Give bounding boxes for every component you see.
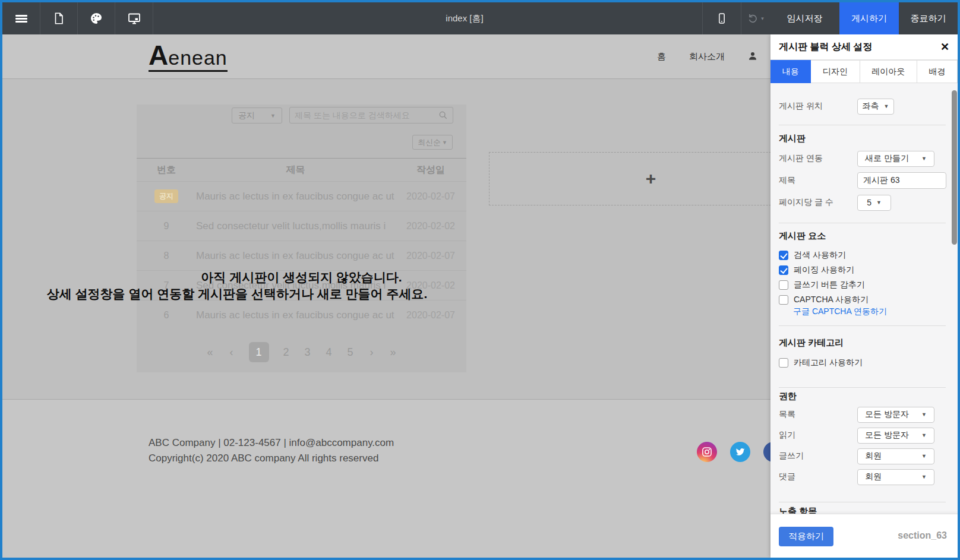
add-block-placeholder[interactable]: + [489,152,813,205]
notice-filter-dropdown[interactable]: 공지 ▼ [232,107,282,124]
panel-footer: 적용하기 section_63 [770,514,958,558]
topbar: index [홈] ▼ 임시저장 게시하기 종료하기 [2,2,958,34]
section-heading-category: 게시판 카테고리 [779,337,844,349]
option-use-paging[interactable]: 페이징 사용하기 [779,264,854,277]
settings-panel: 게시판 블럭 상세 설정 ✕ 내용 디자인 레이아웃 배경 게시판 위치 좌측 … [770,34,958,558]
board-link-dropdown[interactable]: 새로 만들기 ▼ [857,151,934,167]
permission-list-dropdown[interactable]: 모든 방문자 ▼ [857,407,934,423]
empty-board-message-line2: 상세 설정창을 열어 연동할 게시판을 선택하거나 새로 만들어 주세요. [2,286,472,302]
per-page-dropdown[interactable]: 5 ▼ [857,195,891,211]
pagination-page[interactable]: 3 [304,346,312,359]
table-row[interactable]: 6 Mauris ac lectus in ex faucibus congue… [137,300,466,330]
checkbox[interactable] [779,265,788,275]
pagination-page[interactable]: 4 [325,346,333,359]
option-hide-write-button[interactable]: 글쓰기 버튼 감추기 [779,279,865,292]
pagination-first[interactable]: « [206,346,214,359]
section-heading-display-items: 노출 항목 [779,506,817,514]
board-block[interactable]: 공지 ▼ 최신순 ▼ 번호 제목 작성일 공지 [137,105,466,372]
chevron-down-icon: ▼ [884,103,889,109]
person-icon[interactable] [747,50,758,64]
checkbox[interactable] [779,358,788,368]
board-position-dropdown[interactable]: 좌측 ▼ [857,99,894,115]
column-title: 제목 [196,164,395,176]
nav-item-about[interactable]: 회사소개 [689,51,725,62]
close-icon[interactable]: ✕ [940,42,949,52]
chevron-down-icon: ▼ [876,200,882,205]
tab-layout[interactable]: 레이아웃 [860,60,917,83]
divider [779,502,946,502]
divider [779,223,946,223]
pagination-next[interactable]: › [368,346,376,359]
permission-list-row: 목록 모든 방문자 ▼ [779,406,946,423]
checkbox[interactable] [779,251,788,260]
plus-icon: + [646,169,656,189]
divider [779,325,946,326]
option-use-search[interactable]: 검색 사용하기 [779,249,846,262]
site-logo[interactable]: Aenean [149,42,228,72]
checkbox[interactable] [779,280,788,290]
smartphone-icon [716,12,728,25]
section-id-label: section_63 [898,530,947,541]
twitter-icon[interactable] [730,442,750,462]
theme-button[interactable] [78,2,115,34]
permission-read-dropdown[interactable]: 모든 방문자 ▼ [857,428,934,444]
board-position-row: 게시판 위치 좌측 ▼ [779,98,946,115]
permission-write-dropdown[interactable]: 회원 ▼ [857,448,934,464]
publish-button[interactable]: 게시하기 [839,2,899,34]
mobile-view-button[interactable] [703,2,741,34]
chevron-down-icon: ▼ [921,412,927,417]
panel-tabs: 내용 디자인 레이아웃 배경 [770,59,958,83]
nav-item-home[interactable]: 홈 [657,51,666,62]
google-captcha-link[interactable]: 구글 CAPTCHA 연동하기 [793,306,887,317]
chevron-down-icon: ▼ [921,453,927,459]
menu-button[interactable] [2,2,40,34]
temp-save-button[interactable]: 임시저장 [770,2,839,34]
table-row[interactable]: 9 Sed consectetur velit luctus,mollis ma… [137,211,466,241]
pagination-page[interactable]: 5 [346,346,355,359]
pagination: « ‹ 1 2 3 4 5 › » [137,341,466,363]
option-use-category[interactable]: 카테고리 사용하기 [779,356,863,369]
divider [779,387,946,388]
permission-comment-dropdown[interactable]: 회원 ▼ [857,469,934,485]
search-icon[interactable] [438,110,448,120]
tab-design[interactable]: 디자인 [811,60,860,83]
undo-button[interactable]: ▼ [741,2,770,34]
footer-contact: ABC Company | 02-123-4567 | info@abccomp… [149,435,394,451]
exit-button[interactable]: 종료하기 [899,2,958,34]
monitor-icon [127,11,141,26]
footer-text: ABC Company | 02-123-4567 | info@abccomp… [149,435,394,466]
chevron-down-icon: ▼ [442,140,447,145]
footer-copyright: Copyright(c) 2020 ABC company All rights… [149,451,394,466]
checkbox[interactable] [779,295,788,305]
hamburger-icon [15,14,27,24]
board-title-input[interactable] [857,172,946,189]
pagination-last[interactable]: » [389,346,397,359]
board-search-input[interactable] [295,110,431,120]
document-icon [52,12,65,25]
pagination-page-current[interactable]: 1 [249,342,269,362]
section-heading-permission: 권한 [779,391,797,402]
tab-background[interactable]: 배경 [917,60,958,83]
table-row[interactable]: 8 Mauris ac lectus in ex faucibus congue… [137,241,466,270]
chevron-down-icon: ▼ [921,432,927,438]
column-date: 작성일 [395,164,466,176]
board-title-row: 제목 [779,172,946,189]
desktop-view-button[interactable] [115,2,153,34]
divider [153,2,153,34]
panel-scrollbar[interactable] [952,90,957,245]
tab-content[interactable]: 내용 [770,60,811,83]
permission-read-row: 읽기 모든 방문자 ▼ [779,427,946,444]
board-search [289,107,453,124]
sort-dropdown[interactable]: 최신순 ▼ [412,135,453,150]
panel-content: 게시판 위치 좌측 ▼ 게시판 게시판 연동 새로 만들기 ▼ 제목 [770,83,958,514]
chevron-down-icon: ▼ [921,474,927,480]
pagination-prev[interactable]: ‹ [228,346,236,359]
chevron-down-icon: ▼ [760,16,765,21]
option-use-captcha[interactable]: CAPTCHA 사용하기 [779,293,869,306]
apply-button[interactable]: 적용하기 [779,527,833,546]
pagination-page[interactable]: 2 [282,346,290,359]
table-row[interactable]: 공지 Mauris ac lectus in ex faucibus congu… [137,181,466,211]
permission-write-row: 글쓰기 회원 ▼ [779,448,946,464]
pages-button[interactable] [40,2,77,34]
instagram-icon[interactable] [697,442,717,462]
